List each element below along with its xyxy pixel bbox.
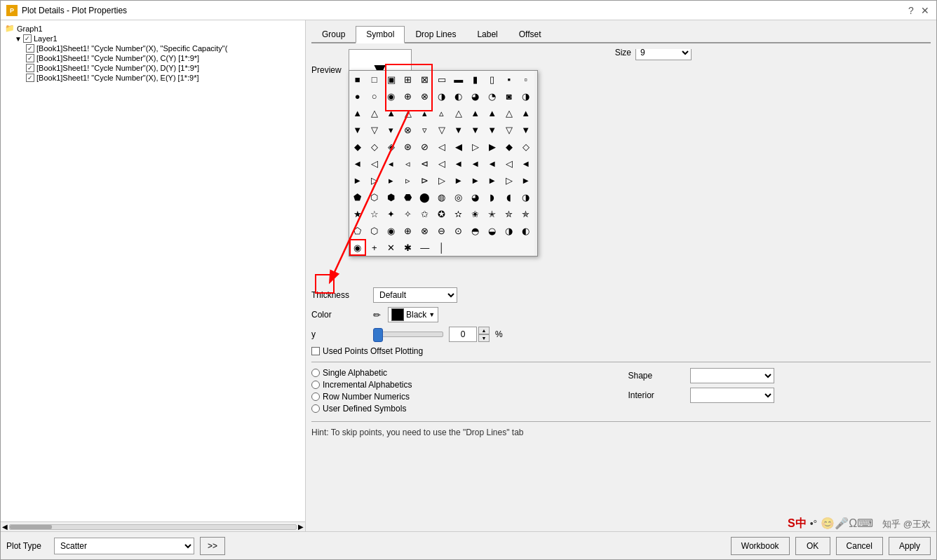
sym-tri-dn-dot[interactable]: ▾ (383, 121, 400, 138)
sym-tri-dn-x[interactable]: ⊗ (400, 121, 417, 138)
close-button[interactable]: ✕ (919, 5, 931, 16)
scroll-right-btn[interactable]: ▶ (298, 523, 304, 531)
sym-hex8[interactable]: ◕ (467, 189, 484, 205)
sym-pent7[interactable]: ⊙ (450, 222, 467, 239)
sym-rect1[interactable]: ▭ (433, 71, 450, 88)
sym-star9[interactable]: ✭ (484, 205, 501, 222)
slider-bar[interactable] (373, 332, 443, 337)
sym-diamond-var1[interactable]: ◁ (433, 138, 450, 155)
sym-diamond-dot[interactable]: ◈ (383, 138, 400, 155)
sym-tri-up-x[interactable]: △ (400, 104, 417, 121)
tab-drop-lines[interactable]: Drop Lines (405, 26, 466, 42)
sym-misc-selected[interactable]: ◉ (349, 239, 366, 256)
sym-tri-up-var4[interactable]: ▲ (484, 104, 501, 121)
sym-pent9[interactable]: ◒ (484, 222, 501, 239)
sym-right-var6[interactable]: ▷ (501, 172, 518, 189)
workbook-button[interactable]: Workbook (731, 537, 790, 555)
cancel-button[interactable]: Cancel (836, 537, 883, 555)
sym-left-var4[interactable]: ◄ (467, 155, 484, 172)
sym-right-var1[interactable]: ⊳ (417, 172, 433, 189)
sym-empty4[interactable] (501, 239, 518, 256)
apply-button[interactable]: Apply (889, 537, 931, 555)
sym-circle-x[interactable]: ⊗ (417, 88, 433, 104)
sym-tri-up-open[interactable]: △ (366, 104, 383, 121)
sym-diamond-var6[interactable]: ◇ (518, 138, 534, 155)
sym-star2[interactable]: ☆ (366, 205, 383, 222)
tree-checkbox-plot3[interactable]: ✓ (26, 64, 34, 72)
help-button[interactable]: ? (905, 5, 917, 16)
tree-item-layer1[interactable]: ▼ ✓ Layer1 (4, 34, 302, 43)
sym-circle-dot[interactable]: ◉ (383, 88, 400, 104)
size-select[interactable]: 9 (635, 49, 692, 60)
tab-symbol[interactable]: Symbol (356, 26, 405, 43)
arrows-button[interactable]: >> (200, 537, 225, 555)
sym-rect4[interactable]: ▯ (484, 71, 501, 88)
sym-star5[interactable]: ✩ (417, 205, 433, 222)
sym-circle-half-l[interactable]: ◐ (450, 88, 467, 104)
scrollbar-track[interactable] (9, 524, 297, 530)
tab-group[interactable]: Group (311, 26, 356, 42)
sym-right-var4[interactable]: ► (467, 172, 484, 189)
interior-select[interactable] (690, 388, 774, 403)
sym-dash[interactable]: — (417, 239, 433, 256)
sym-pent3[interactable]: ◉ (383, 222, 400, 239)
sym-circle-open[interactable]: ○ (366, 88, 383, 104)
sym-hex6[interactable]: ◍ (433, 189, 450, 205)
radio-user-def-btn[interactable] (311, 404, 320, 413)
sym-pent6[interactable]: ⊖ (433, 222, 450, 239)
tree-toggle-layer1[interactable]: ▼ (15, 35, 22, 43)
sym-left-open[interactable]: ◁ (366, 155, 383, 172)
sym-tri-dn-open[interactable]: ▽ (366, 121, 383, 138)
sym-left-var2[interactable]: ◁ (433, 155, 450, 172)
sym-diamond-x[interactable]: ⊘ (417, 138, 433, 155)
sym-tri-dn-var5[interactable]: ▼ (484, 121, 501, 138)
sym-circle-q2[interactable]: ◔ (484, 88, 501, 104)
sym-rect5[interactable]: ▪ (501, 71, 518, 88)
sym-tri-dn-var3[interactable]: ▼ (450, 121, 467, 138)
sym-pent4[interactable]: ⊕ (400, 222, 417, 239)
sym-tri-up-var3[interactable]: ▲ (467, 104, 484, 121)
sym-rect3[interactable]: ▮ (467, 71, 484, 88)
scrollbar-thumb[interactable] (10, 525, 52, 529)
sym-star6[interactable]: ✪ (433, 205, 450, 222)
sym-rect6[interactable]: ▫ (518, 71, 534, 88)
sym-hex9[interactable]: ◗ (484, 189, 501, 205)
color-select-wrapper[interactable]: Black ▼ (388, 307, 438, 322)
sym-star11[interactable]: ✯ (518, 205, 534, 222)
sym-tri-up-var6[interactable]: ▲ (518, 104, 534, 121)
sym-square-open[interactable]: □ (366, 71, 383, 88)
sym-diamond-fill[interactable]: ◆ (349, 138, 366, 155)
tree-item-plot1[interactable]: ✓ [Book1]Sheet1! "Cycle Number"(X), "Spe… (4, 43, 302, 53)
slider-thumb[interactable] (373, 328, 383, 342)
sym-tri-dn-var6[interactable]: ▽ (501, 121, 518, 138)
scroll-left-btn[interactable]: ◀ (2, 523, 8, 531)
sym-tri-dn-var2[interactable]: ▽ (433, 121, 450, 138)
sym-circle-q1[interactable]: ◕ (467, 88, 484, 104)
sym-tri-dn-var1[interactable]: ▿ (417, 121, 433, 138)
sym-circle-filled[interactable]: ● (349, 88, 366, 104)
sym-left-var5[interactable]: ◄ (484, 155, 501, 172)
tree-item-plot2[interactable]: ✓ [Book1]Sheet1! "Cycle Number"(X), C(Y)… (4, 53, 302, 63)
sym-right-dot[interactable]: ▸ (383, 172, 400, 189)
radio-incr-alpha-btn[interactable] (311, 381, 320, 389)
sym-left-var7[interactable]: ◄ (518, 155, 534, 172)
sym-tri-dn-fill[interactable]: ▼ (349, 121, 366, 138)
sym-star1[interactable]: ★ (349, 205, 366, 222)
sym-left-dot[interactable]: ◂ (383, 155, 400, 172)
tab-offset[interactable]: Offset (508, 26, 552, 42)
sym-tri-up-plus[interactable]: ▴ (417, 104, 433, 121)
sym-square-plus[interactable]: ⊞ (400, 71, 417, 88)
sym-tri-up-var2[interactable]: △ (450, 104, 467, 121)
sym-right-var7[interactable]: ► (518, 172, 534, 189)
sym-star3[interactable]: ✦ (383, 205, 400, 222)
sym-square-x[interactable]: ⊠ (417, 71, 433, 88)
sym-x[interactable]: ✕ (383, 239, 400, 256)
color-dropdown-arrow[interactable]: ▼ (429, 311, 435, 318)
sym-tri-dn-var7[interactable]: ▼ (518, 121, 534, 138)
thickness-select[interactable]: Default (373, 287, 457, 303)
radio-single-alpha-btn[interactable] (311, 369, 320, 377)
sym-hex4[interactable]: ⬣ (400, 189, 417, 205)
sym-right-var3[interactable]: ► (450, 172, 467, 189)
sym-hex10[interactable]: ◖ (501, 189, 518, 205)
sym-right-fill[interactable]: ► (349, 172, 366, 189)
